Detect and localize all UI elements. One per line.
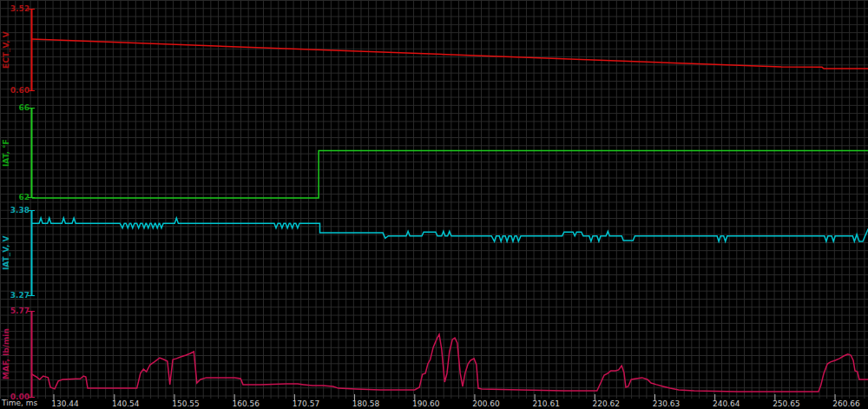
x-tick-label: 260.66 xyxy=(832,399,860,408)
y-min-label-iat-f: 62 xyxy=(0,193,30,201)
x-tick-label: 240.64 xyxy=(713,399,740,408)
x-tick-label: 190.60 xyxy=(412,399,440,408)
x-axis-title: Time, ms xyxy=(2,399,37,407)
x-tick-label: 150.55 xyxy=(172,399,200,408)
y-max-label-iat-f: 66 xyxy=(0,103,30,112)
y-min-label-ect-v: 0.60 xyxy=(0,86,30,95)
x-tick-label: 220.62 xyxy=(593,399,621,408)
x-tick-label: 250.65 xyxy=(773,399,800,408)
axis-title-iat-f: IAT, °F xyxy=(1,108,11,198)
axis-title-maf: MAF, lb/min xyxy=(1,311,11,398)
x-tick-label: 180.58 xyxy=(352,399,380,408)
x-tick-label: 130.44 xyxy=(51,399,79,408)
y-max-label-ect-v: 3.52 xyxy=(0,4,30,13)
trace-ect-v xyxy=(32,39,868,69)
trace-canvas xyxy=(0,0,868,409)
x-tick-label: 160.56 xyxy=(232,399,260,408)
x-tick-label: 200.60 xyxy=(472,399,500,408)
datalogger-strip-chart: ECT_V, V 3.52 0.60 IAT, °F 66 62 IAT_V, … xyxy=(0,0,868,409)
x-tick-label: 210.61 xyxy=(532,399,560,408)
axis-title-iat-v: IAT_V, V xyxy=(1,210,11,296)
y-min-label-iat-v: 3.27 xyxy=(0,291,30,300)
axis-title-ect-v: ECT_V, V xyxy=(1,9,11,91)
x-tick-label: 230.63 xyxy=(653,399,681,408)
trace-iat-f xyxy=(32,150,868,198)
trace-maf xyxy=(32,334,868,392)
x-tick-label: 170.57 xyxy=(293,399,320,408)
trace-iat-v xyxy=(32,218,868,241)
x-tick-label: 140.54 xyxy=(112,399,140,408)
y-max-label-maf: 5.77 xyxy=(0,307,30,315)
y-max-label-iat-v: 3.38 xyxy=(0,206,30,214)
